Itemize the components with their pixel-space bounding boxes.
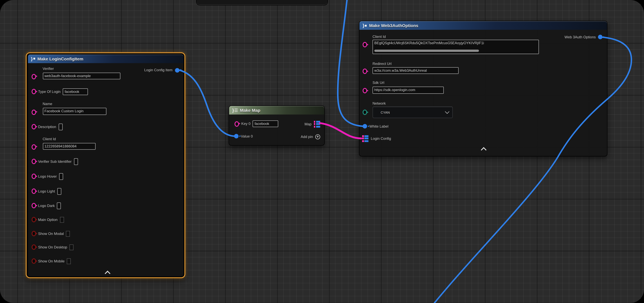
main-option-label: Main Option: [38, 218, 58, 222]
logo-light-label: Logo Light: [38, 189, 55, 193]
main-option-pin[interactable]: [32, 217, 36, 222]
client-id-input[interactable]: BEglQSgt4cUWcj6SKRdu5QkOXTsePmMcusG5EAoy…: [372, 40, 539, 54]
web3auth-options-output-pin[interactable]: [598, 35, 602, 39]
white-label-label: White Label: [369, 124, 388, 128]
network-dropdown-value: CYAN: [381, 110, 390, 114]
verifier-sub-identifier-input[interactable]: [74, 158, 78, 165]
map-output-pin[interactable]: [314, 121, 320, 128]
verifier-sub-identifier-label: Verifier Sub Identifier: [38, 160, 72, 164]
map-output-label: Map: [304, 122, 312, 126]
node-make-loginconfigitem[interactable]: } Make LoginConfigItem Login Config Item…: [27, 54, 184, 277]
client-id-horizontal-scrollbar[interactable]: [374, 50, 479, 52]
type-of-login-row: Type Of Login facebook: [32, 88, 88, 95]
show-on-mobile-checkbox[interactable]: [67, 258, 71, 264]
output-pin-label: Login Config Item: [144, 68, 172, 72]
show-on-mobile-label: Show On Mobile: [38, 259, 65, 263]
client-id-pin[interactable]: [32, 144, 36, 150]
collapse-chevron-icon[interactable]: [104, 270, 110, 276]
verifier-sub-identifier-row: Verifier Sub Identifier: [32, 158, 78, 165]
logo-hover-input[interactable]: [59, 173, 63, 180]
name-label: Name: [43, 102, 52, 106]
redirect-url-pin[interactable]: [362, 68, 367, 74]
node-title: Make Web3AuthOptions: [369, 23, 418, 28]
verifier-sub-identifier-pin[interactable]: [32, 159, 36, 164]
description-input[interactable]: [58, 124, 62, 130]
add-pin-icon[interactable]: +: [315, 134, 320, 139]
key-0-pin[interactable]: [234, 121, 239, 126]
collapse-chevron-icon[interactable]: [481, 147, 486, 153]
key-0-input[interactable]: facebook: [253, 120, 278, 127]
blueprint-graph-canvas[interactable]: } Make LoginConfigItem Login Config Item…: [0, 0, 644, 303]
type-of-login-pin[interactable]: [32, 89, 36, 94]
web3auth-options-output-label: Web 3Auth Options: [564, 35, 596, 39]
make-struct-icon: }: [31, 56, 35, 61]
node-make-map[interactable]: } Make Map Key 0 facebook Map Value 0 Ad…: [229, 106, 325, 146]
make-struct-icon: }: [362, 23, 367, 28]
node-make-web3authoptions[interactable]: } Make Web3AuthOptions Web 3Auth Options…: [359, 21, 608, 156]
dropdown-chevron-icon: [445, 110, 450, 114]
show-on-modal-pin[interactable]: [32, 231, 36, 236]
logo-light-pin[interactable]: [32, 188, 36, 194]
logo-hover-pin[interactable]: [32, 174, 36, 179]
logo-light-input[interactable]: [57, 188, 61, 195]
white-label-pin[interactable]: [362, 124, 367, 128]
logo-hover-row: Logo Hover: [32, 173, 63, 180]
value-0-pin[interactable]: [234, 134, 238, 138]
client-id-label: Client Id: [43, 137, 56, 141]
name-input[interactable]: Facebook Custom Login: [43, 108, 106, 115]
show-on-modal-label: Show On Modal: [38, 232, 64, 236]
value-0-label: Value 0: [241, 134, 253, 138]
map-output-row: Map: [304, 121, 320, 128]
show-on-mobile-pin[interactable]: [32, 258, 36, 264]
redirect-url-label: Redirect Url: [372, 62, 392, 66]
login-config-item-output-pin[interactable]: [175, 68, 179, 72]
logo-dark-row: Logo Dark: [32, 202, 61, 209]
network-label: Network: [372, 102, 386, 106]
wire-loginconfigitem-to-value0[interactable]: [178, 70, 236, 136]
wire-map-to-loginconfig[interactable]: [320, 123, 361, 138]
description-pin[interactable]: [32, 124, 36, 130]
show-on-desktop-label: Show On Desktop: [38, 245, 67, 249]
output-pin-row: Login Config Item: [144, 68, 179, 72]
node-title: Make LoginConfigItem: [38, 56, 84, 61]
make-map-icon: }: [232, 108, 238, 113]
key-0-label: Key 0: [241, 122, 250, 126]
client-id-input[interactable]: 1222658941886084: [43, 143, 96, 150]
white-label-row: White Label: [362, 124, 388, 128]
value-0-row: Value 0: [234, 134, 253, 138]
offscreen-node-edge[interactable]: [196, 0, 328, 6]
sdk-url-pin[interactable]: [362, 88, 367, 93]
logo-hover-label: Logo Hover: [38, 174, 57, 178]
network-pin[interactable]: [362, 110, 367, 115]
node-header[interactable]: } Make Map: [229, 106, 324, 114]
logo-dark-pin[interactable]: [32, 203, 36, 208]
add-pin-row[interactable]: Add pin +: [301, 134, 320, 139]
logo-dark-input[interactable]: [57, 202, 61, 209]
show-on-mobile-row: Show On Mobile: [32, 258, 71, 264]
verifier-pin[interactable]: [32, 74, 36, 79]
description-label: Description: [38, 125, 56, 129]
show-on-desktop-checkbox[interactable]: [70, 244, 74, 250]
add-pin-label: Add pin: [301, 135, 313, 139]
verifier-input[interactable]: web3auth-facebook-example: [43, 72, 120, 79]
main-option-checkbox[interactable]: [60, 217, 64, 222]
type-of-login-input[interactable]: facebook: [63, 88, 88, 95]
show-on-desktop-pin[interactable]: [32, 244, 36, 250]
redirect-url-input[interactable]: w3a://com.w3a.Web3AuthUnreal: [372, 67, 459, 74]
network-dropdown[interactable]: CYAN: [372, 106, 453, 118]
client-id-pin[interactable]: [362, 42, 367, 47]
show-on-desktop-row: Show On Desktop: [32, 244, 74, 250]
sdk-url-input[interactable]: https://sdk.openlogin.com: [372, 86, 444, 94]
client-id-label: Client Id: [372, 35, 386, 39]
node-title: Make Map: [240, 108, 260, 113]
blueprint-graph-stage: } Make LoginConfigItem Login Config Item…: [0, 0, 644, 303]
login-config-pin[interactable]: [362, 135, 368, 142]
name-pin[interactable]: [32, 110, 36, 115]
node-header[interactable]: } Make LoginConfigItem: [28, 54, 184, 63]
show-on-modal-checkbox[interactable]: [66, 231, 70, 236]
main-option-row: Main Option: [32, 217, 64, 222]
key-0-row: Key 0 facebook: [234, 120, 278, 127]
login-config-label: Login Config: [371, 136, 391, 140]
node-header[interactable]: } Make Web3AuthOptions: [360, 21, 607, 30]
sdk-url-label: Sdk Url: [372, 81, 384, 85]
